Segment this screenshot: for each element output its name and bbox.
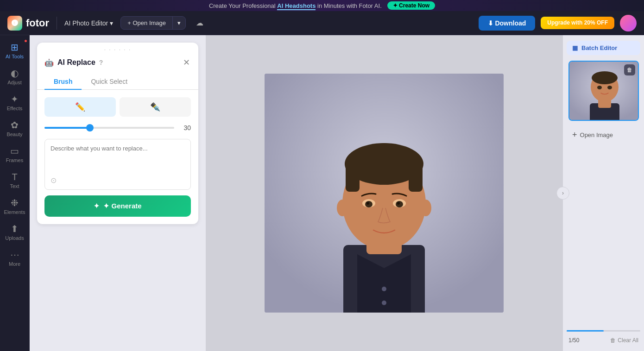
- generate-button[interactable]: ✦ ✦ Generate: [44, 195, 191, 217]
- elements-icon: ❉: [11, 198, 19, 207]
- sidebar-item-label: AI Tools: [6, 54, 24, 59]
- main-layout: ⊞ AI Tools ◐ Adjust ✦ Effects ✿ Beauty ▭…: [0, 35, 644, 351]
- trash-small-icon: 🗑: [610, 337, 616, 344]
- chevron-right-icon: ›: [562, 190, 564, 196]
- sidebar-item-label: Text: [10, 183, 19, 189]
- fotor-logo-icon: 🅕: [7, 16, 22, 31]
- svg-point-14: [420, 200, 431, 216]
- slider-thumb[interactable]: [86, 124, 94, 132]
- panel-tabs: Brush Quick Select: [37, 74, 198, 90]
- sidebar-item-uploads[interactable]: ⬆ Uploads: [2, 220, 28, 244]
- promo-bar: Create Your Professional AI Headshots in…: [0, 0, 644, 11]
- svg-point-22: [597, 86, 602, 89]
- footer-row: 1/50 🗑 Clear All: [567, 335, 640, 345]
- svg-rect-5: [346, 164, 360, 192]
- batch-editor-button[interactable]: ▦ Batch Editor: [567, 41, 640, 55]
- clear-all-button[interactable]: 🗑 Clear All: [608, 335, 640, 345]
- sidebar-ai-tools-wrapper: ⊞ AI Tools: [2, 39, 28, 63]
- chevron-down-icon: ▾: [110, 19, 113, 27]
- paint-brush-icon: ✏️: [75, 102, 85, 112]
- svg-rect-6: [409, 164, 423, 192]
- brush-tools: ✏️ ✒️: [37, 90, 198, 124]
- add-image-button[interactable]: + Open Image: [567, 126, 640, 144]
- sidebar-item-ai-tools[interactable]: ⊞ AI Tools: [2, 39, 28, 63]
- thumbnail-delete-button[interactable]: 🗑: [624, 64, 635, 75]
- tab-brush[interactable]: Brush: [44, 74, 82, 90]
- prompt-textarea[interactable]: [51, 145, 185, 182]
- sidebar-item-elements[interactable]: ❉ Elements: [2, 194, 28, 219]
- canvas-area: [206, 35, 562, 351]
- left-sidebar: ⊞ AI Tools ◐ Adjust ✦ Effects ✿ Beauty ▭…: [0, 35, 30, 351]
- svg-point-21: [592, 71, 618, 84]
- sidebar-item-adjust[interactable]: ◐ Adjust: [2, 65, 28, 89]
- tab-quick-select[interactable]: Quick Select: [82, 74, 137, 90]
- header: 🅕 fotor AI Photo Editor ▾ + Open Image ▾…: [0, 11, 644, 35]
- right-panel-footer: 1/50 🗑 Clear All: [567, 330, 640, 345]
- sidebar-item-label: Uploads: [5, 235, 24, 241]
- sidebar-item-label: Beauty: [6, 132, 22, 137]
- header-divider: [57, 17, 57, 30]
- scroll-fill: [567, 330, 604, 332]
- generate-icon: ✦: [94, 202, 100, 210]
- svg-point-15: [382, 287, 386, 291]
- panel-header: 🤖 AI Replace ? ✕: [37, 56, 198, 74]
- ai-tools-icon: ⊞: [11, 43, 19, 52]
- editor-label[interactable]: AI Photo Editor ▾: [64, 19, 113, 27]
- upgrade-button[interactable]: Upgrade with 20% OFF: [541, 17, 614, 30]
- thumbnail-card: 🗑: [568, 61, 639, 121]
- promo-create-now-button[interactable]: ✦ Create Now: [387, 1, 435, 10]
- svg-point-16: [382, 301, 386, 305]
- active-dot: [25, 40, 27, 42]
- svg-point-23: [607, 86, 612, 89]
- right-panel: ▦ Batch Editor: [562, 35, 644, 351]
- sidebar-item-label: Elements: [4, 209, 25, 215]
- sidebar-item-beauty[interactable]: ✿ Beauty: [2, 117, 28, 141]
- panel-area: · · · · · · 🤖 AI Replace ? ✕ Brush Quick…: [30, 35, 206, 351]
- scroll-indicator: [567, 330, 640, 332]
- sidebar-item-effects[interactable]: ✦ Effects: [2, 91, 28, 115]
- promo-text: Create Your Professional AI Headshots in…: [209, 2, 382, 9]
- svg-point-12: [397, 202, 400, 205]
- sidebar-item-text[interactable]: T Text: [2, 169, 28, 193]
- sidebar-item-label: Adjust: [7, 80, 22, 85]
- cloud-save-button[interactable]: ☁: [193, 16, 206, 30]
- sidebar-item-label: Effects: [7, 106, 22, 111]
- help-icon[interactable]: ?: [99, 59, 103, 66]
- batch-editor-icon: ▦: [572, 44, 578, 51]
- logo-area: 🅕 fotor: [7, 16, 49, 31]
- open-image-button[interactable]: + Open Image ▾: [120, 16, 186, 30]
- drag-dots-icon: · · · · · ·: [104, 46, 132, 53]
- collapse-panel-button[interactable]: ›: [556, 187, 569, 200]
- sidebar-item-label: Frames: [6, 157, 23, 163]
- svg-point-13: [337, 200, 348, 216]
- ai-replace-panel: · · · · · · 🤖 AI Replace ? ✕ Brush Quick…: [37, 43, 198, 224]
- photo-container: [265, 74, 504, 313]
- text-icon: T: [12, 172, 17, 182]
- erase-brush-icon: ✒️: [150, 102, 160, 112]
- brush-size-slider-track[interactable]: [44, 127, 174, 129]
- ai-replace-icon: 🤖: [44, 58, 54, 67]
- open-image-dropdown-arrow[interactable]: ▾: [173, 17, 185, 29]
- erase-brush-button[interactable]: ✒️: [120, 97, 191, 117]
- sidebar-item-label: More: [9, 261, 20, 267]
- logo-text: fotor: [26, 17, 49, 29]
- prompt-image-icon[interactable]: ⊙: [51, 176, 57, 185]
- frames-icon: ▭: [10, 146, 19, 156]
- open-image-main[interactable]: + Open Image: [121, 17, 173, 29]
- slider-fill: [44, 127, 90, 129]
- trash-icon: 🗑: [627, 67, 632, 73]
- brush-size-slider-area: 30: [37, 124, 198, 139]
- panel-title: 🤖 AI Replace ?: [44, 58, 103, 67]
- paint-brush-button[interactable]: ✏️: [44, 97, 116, 117]
- svg-point-11: [366, 202, 369, 205]
- download-button[interactable]: ⬇ Download: [479, 16, 536, 31]
- sidebar-item-more[interactable]: ⋯ More: [2, 246, 28, 270]
- beauty-icon: ✿: [11, 120, 19, 130]
- sidebar-item-frames[interactable]: ▭ Frames: [2, 143, 28, 167]
- add-icon: +: [572, 130, 577, 140]
- adjust-icon: ◐: [11, 69, 19, 78]
- panel-close-button[interactable]: ✕: [182, 56, 191, 69]
- panel-drag-handle[interactable]: · · · · · ·: [37, 43, 198, 56]
- more-icon: ⋯: [10, 250, 19, 259]
- user-avatar[interactable]: [620, 15, 637, 31]
